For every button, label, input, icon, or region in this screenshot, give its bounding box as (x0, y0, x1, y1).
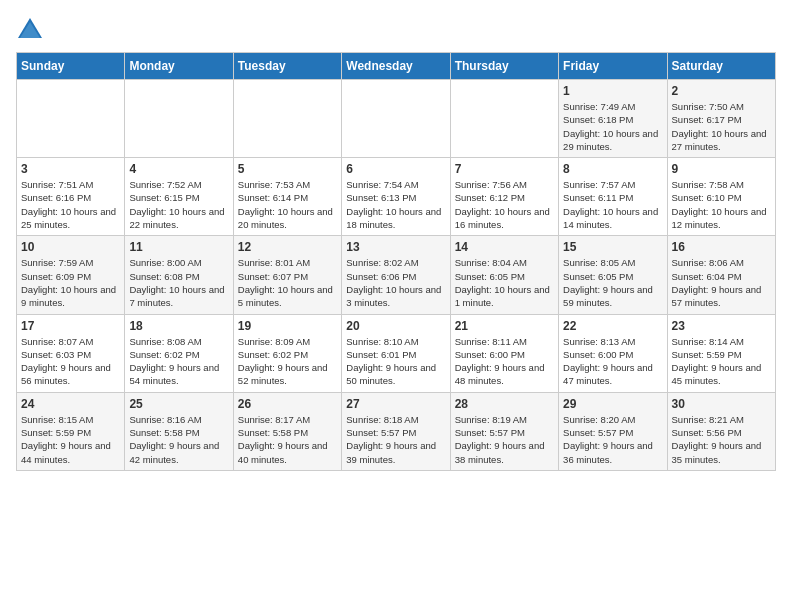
calendar-cell: 5Sunrise: 7:53 AMSunset: 6:14 PMDaylight… (233, 158, 341, 236)
weekday-header-tuesday: Tuesday (233, 53, 341, 80)
day-info: Sunrise: 8:04 AMSunset: 6:05 PMDaylight:… (455, 256, 554, 309)
day-number: 7 (455, 162, 554, 176)
calendar-cell: 10Sunrise: 7:59 AMSunset: 6:09 PMDayligh… (17, 236, 125, 314)
day-info: Sunrise: 8:00 AMSunset: 6:08 PMDaylight:… (129, 256, 228, 309)
day-info: Sunrise: 7:56 AMSunset: 6:12 PMDaylight:… (455, 178, 554, 231)
day-info: Sunrise: 8:10 AMSunset: 6:01 PMDaylight:… (346, 335, 445, 388)
logo (16, 16, 48, 44)
day-number: 18 (129, 319, 228, 333)
calendar-cell: 30Sunrise: 8:21 AMSunset: 5:56 PMDayligh… (667, 392, 775, 470)
day-number: 26 (238, 397, 337, 411)
day-number: 25 (129, 397, 228, 411)
day-info: Sunrise: 8:06 AMSunset: 6:04 PMDaylight:… (672, 256, 771, 309)
logo-icon (16, 16, 44, 44)
day-number: 5 (238, 162, 337, 176)
calendar-table: SundayMondayTuesdayWednesdayThursdayFrid… (16, 52, 776, 471)
calendar-cell: 8Sunrise: 7:57 AMSunset: 6:11 PMDaylight… (559, 158, 667, 236)
day-number: 29 (563, 397, 662, 411)
calendar-cell: 6Sunrise: 7:54 AMSunset: 6:13 PMDaylight… (342, 158, 450, 236)
day-number: 21 (455, 319, 554, 333)
day-number: 22 (563, 319, 662, 333)
calendar-cell: 12Sunrise: 8:01 AMSunset: 6:07 PMDayligh… (233, 236, 341, 314)
day-info: Sunrise: 8:17 AMSunset: 5:58 PMDaylight:… (238, 413, 337, 466)
day-info: Sunrise: 7:54 AMSunset: 6:13 PMDaylight:… (346, 178, 445, 231)
calendar-cell: 23Sunrise: 8:14 AMSunset: 5:59 PMDayligh… (667, 314, 775, 392)
day-info: Sunrise: 7:59 AMSunset: 6:09 PMDaylight:… (21, 256, 120, 309)
calendar-cell: 13Sunrise: 8:02 AMSunset: 6:06 PMDayligh… (342, 236, 450, 314)
calendar-cell: 22Sunrise: 8:13 AMSunset: 6:00 PMDayligh… (559, 314, 667, 392)
day-number: 20 (346, 319, 445, 333)
day-number: 15 (563, 240, 662, 254)
weekday-header-monday: Monday (125, 53, 233, 80)
day-number: 9 (672, 162, 771, 176)
day-number: 8 (563, 162, 662, 176)
day-number: 16 (672, 240, 771, 254)
day-info: Sunrise: 7:52 AMSunset: 6:15 PMDaylight:… (129, 178, 228, 231)
calendar-cell: 2Sunrise: 7:50 AMSunset: 6:17 PMDaylight… (667, 80, 775, 158)
day-number: 28 (455, 397, 554, 411)
day-number: 24 (21, 397, 120, 411)
calendar-cell: 25Sunrise: 8:16 AMSunset: 5:58 PMDayligh… (125, 392, 233, 470)
header (16, 16, 776, 44)
day-info: Sunrise: 8:21 AMSunset: 5:56 PMDaylight:… (672, 413, 771, 466)
day-info: Sunrise: 8:13 AMSunset: 6:00 PMDaylight:… (563, 335, 662, 388)
calendar-cell: 24Sunrise: 8:15 AMSunset: 5:59 PMDayligh… (17, 392, 125, 470)
day-info: Sunrise: 8:07 AMSunset: 6:03 PMDaylight:… (21, 335, 120, 388)
day-number: 10 (21, 240, 120, 254)
day-info: Sunrise: 8:20 AMSunset: 5:57 PMDaylight:… (563, 413, 662, 466)
calendar-cell: 20Sunrise: 8:10 AMSunset: 6:01 PMDayligh… (342, 314, 450, 392)
day-number: 3 (21, 162, 120, 176)
day-number: 19 (238, 319, 337, 333)
day-number: 11 (129, 240, 228, 254)
calendar-cell: 1Sunrise: 7:49 AMSunset: 6:18 PMDaylight… (559, 80, 667, 158)
day-info: Sunrise: 8:02 AMSunset: 6:06 PMDaylight:… (346, 256, 445, 309)
calendar-cell: 27Sunrise: 8:18 AMSunset: 5:57 PMDayligh… (342, 392, 450, 470)
day-info: Sunrise: 8:16 AMSunset: 5:58 PMDaylight:… (129, 413, 228, 466)
weekday-header-friday: Friday (559, 53, 667, 80)
day-info: Sunrise: 7:57 AMSunset: 6:11 PMDaylight:… (563, 178, 662, 231)
day-number: 27 (346, 397, 445, 411)
calendar-cell: 26Sunrise: 8:17 AMSunset: 5:58 PMDayligh… (233, 392, 341, 470)
day-number: 4 (129, 162, 228, 176)
day-number: 13 (346, 240, 445, 254)
calendar-cell (342, 80, 450, 158)
calendar-cell (233, 80, 341, 158)
calendar-cell: 29Sunrise: 8:20 AMSunset: 5:57 PMDayligh… (559, 392, 667, 470)
day-info: Sunrise: 7:58 AMSunset: 6:10 PMDaylight:… (672, 178, 771, 231)
day-info: Sunrise: 8:09 AMSunset: 6:02 PMDaylight:… (238, 335, 337, 388)
calendar-cell: 18Sunrise: 8:08 AMSunset: 6:02 PMDayligh… (125, 314, 233, 392)
calendar-cell: 3Sunrise: 7:51 AMSunset: 6:16 PMDaylight… (17, 158, 125, 236)
day-number: 30 (672, 397, 771, 411)
day-info: Sunrise: 8:11 AMSunset: 6:00 PMDaylight:… (455, 335, 554, 388)
day-number: 1 (563, 84, 662, 98)
weekday-header-sunday: Sunday (17, 53, 125, 80)
weekday-header-thursday: Thursday (450, 53, 558, 80)
calendar-cell: 11Sunrise: 8:00 AMSunset: 6:08 PMDayligh… (125, 236, 233, 314)
day-number: 23 (672, 319, 771, 333)
day-info: Sunrise: 7:51 AMSunset: 6:16 PMDaylight:… (21, 178, 120, 231)
day-number: 12 (238, 240, 337, 254)
calendar-cell: 4Sunrise: 7:52 AMSunset: 6:15 PMDaylight… (125, 158, 233, 236)
day-info: Sunrise: 8:08 AMSunset: 6:02 PMDaylight:… (129, 335, 228, 388)
day-number: 6 (346, 162, 445, 176)
calendar-cell: 16Sunrise: 8:06 AMSunset: 6:04 PMDayligh… (667, 236, 775, 314)
calendar-cell (450, 80, 558, 158)
calendar-cell: 17Sunrise: 8:07 AMSunset: 6:03 PMDayligh… (17, 314, 125, 392)
day-info: Sunrise: 8:18 AMSunset: 5:57 PMDaylight:… (346, 413, 445, 466)
calendar-cell: 19Sunrise: 8:09 AMSunset: 6:02 PMDayligh… (233, 314, 341, 392)
calendar-cell: 21Sunrise: 8:11 AMSunset: 6:00 PMDayligh… (450, 314, 558, 392)
day-info: Sunrise: 8:19 AMSunset: 5:57 PMDaylight:… (455, 413, 554, 466)
calendar-cell: 7Sunrise: 7:56 AMSunset: 6:12 PMDaylight… (450, 158, 558, 236)
day-info: Sunrise: 8:15 AMSunset: 5:59 PMDaylight:… (21, 413, 120, 466)
calendar-cell: 14Sunrise: 8:04 AMSunset: 6:05 PMDayligh… (450, 236, 558, 314)
day-info: Sunrise: 7:50 AMSunset: 6:17 PMDaylight:… (672, 100, 771, 153)
calendar-cell: 15Sunrise: 8:05 AMSunset: 6:05 PMDayligh… (559, 236, 667, 314)
calendar-header: SundayMondayTuesdayWednesdayThursdayFrid… (17, 53, 776, 80)
day-number: 2 (672, 84, 771, 98)
day-info: Sunrise: 7:53 AMSunset: 6:14 PMDaylight:… (238, 178, 337, 231)
calendar-cell: 9Sunrise: 7:58 AMSunset: 6:10 PMDaylight… (667, 158, 775, 236)
day-info: Sunrise: 8:01 AMSunset: 6:07 PMDaylight:… (238, 256, 337, 309)
day-info: Sunrise: 7:49 AMSunset: 6:18 PMDaylight:… (563, 100, 662, 153)
calendar-cell (125, 80, 233, 158)
day-info: Sunrise: 8:14 AMSunset: 5:59 PMDaylight:… (672, 335, 771, 388)
